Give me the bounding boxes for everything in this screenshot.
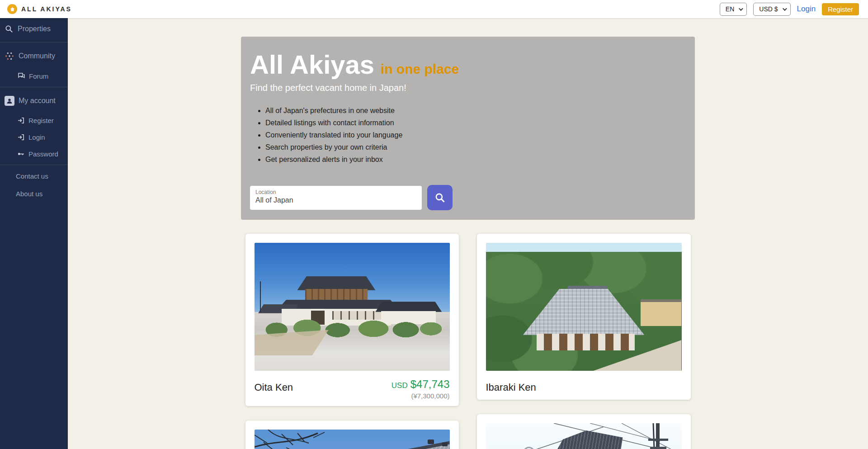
location-input[interactable] bbox=[255, 195, 416, 204]
listing-card-oita[interactable]: Oita Ken USD$47,743 (¥7,300,000) bbox=[245, 234, 459, 406]
sidebar-item-label: Community bbox=[19, 52, 55, 60]
sidebar-item-community[interactable]: Community bbox=[0, 45, 68, 67]
sidebar-item-label: Register bbox=[28, 117, 54, 124]
listing-price: USD$47,743 (¥7,300,000) bbox=[392, 378, 450, 400]
chevron-down-icon bbox=[782, 6, 787, 11]
divider bbox=[0, 165, 68, 165]
search-icon bbox=[434, 192, 446, 203]
search-icon bbox=[5, 24, 14, 33]
sidebar-item-label: My account bbox=[19, 97, 56, 105]
location-label: Location bbox=[255, 189, 416, 195]
feature-item: Conveniently translated into your langua… bbox=[265, 130, 686, 140]
sidebar-item-contact-us[interactable]: Contact us bbox=[0, 167, 68, 185]
feature-item: Get personalized alerts in your inbox bbox=[265, 155, 686, 164]
login-icon bbox=[17, 133, 25, 141]
hero-title: All Akiyas bbox=[250, 50, 374, 79]
login-link[interactable]: Login bbox=[797, 5, 816, 14]
listing-card[interactable] bbox=[245, 421, 459, 449]
sidebar-item-forum[interactable]: Forum bbox=[0, 67, 68, 85]
brand-logo[interactable]: ALL AKIYAS bbox=[7, 4, 72, 14]
divider bbox=[0, 42, 68, 43]
forum-icon bbox=[17, 72, 25, 80]
price-usd-value: $47,743 bbox=[410, 378, 450, 390]
price-yen-value: (¥7,300,000) bbox=[392, 392, 450, 400]
listing-photo bbox=[255, 430, 450, 449]
sidebar-item-password[interactable]: Password bbox=[0, 146, 68, 162]
sidebar-item-about-us[interactable]: About us bbox=[0, 185, 68, 203]
community-icon bbox=[5, 51, 14, 61]
feature-list: All of Japan's prefectures in one websit… bbox=[250, 106, 686, 164]
location-field-container[interactable]: Location bbox=[250, 186, 422, 210]
sidebar-item-login[interactable]: Login bbox=[0, 129, 68, 146]
sidebar-item-label: Login bbox=[28, 133, 45, 141]
listing-photo bbox=[486, 423, 682, 449]
listings-grid: Oita Ken USD$47,743 (¥7,300,000) bbox=[245, 234, 691, 449]
chevron-down-icon bbox=[739, 6, 743, 11]
language-select[interactable]: EN bbox=[720, 3, 747, 16]
main-content: All Akiyasin one place Find the perfect … bbox=[68, 18, 868, 449]
language-select-value: EN bbox=[726, 5, 734, 13]
listing-photo bbox=[486, 243, 682, 371]
account-icon bbox=[5, 96, 14, 106]
sidebar-item-label: About us bbox=[16, 190, 42, 198]
tree-branches bbox=[255, 430, 450, 449]
search-bar: Location bbox=[250, 186, 453, 210]
page-title: All Akiyasin one place bbox=[250, 50, 686, 79]
sidebar-item-properties[interactable]: Properties bbox=[0, 18, 68, 40]
register-button[interactable]: Register bbox=[822, 3, 859, 15]
currency-select[interactable]: USD $ bbox=[753, 3, 790, 16]
search-button[interactable] bbox=[427, 185, 453, 210]
top-bar: ALL AKIYAS EN USD $ Login Register bbox=[0, 0, 868, 18]
password-icon bbox=[17, 150, 25, 158]
sidebar-item-label: Properties bbox=[18, 25, 51, 33]
listing-card[interactable] bbox=[477, 414, 691, 449]
feature-item: Search properties by your own criteria bbox=[265, 142, 686, 152]
divider bbox=[0, 87, 68, 87]
sidebar-item-label: Contact us bbox=[16, 172, 48, 180]
register-icon bbox=[17, 117, 25, 124]
home-icon bbox=[7, 4, 17, 14]
hero-banner: All Akiyasin one place Find the perfect … bbox=[241, 37, 695, 220]
price-currency-label: USD bbox=[392, 381, 408, 390]
hero-title-accent: in one place bbox=[381, 61, 459, 76]
brand-name: ALL AKIYAS bbox=[21, 5, 72, 13]
sidebar: Properties Community Forum My account Re… bbox=[0, 18, 68, 449]
sidebar-item-label: Forum bbox=[29, 72, 48, 80]
feature-item: Detailed listings with contact informati… bbox=[265, 118, 686, 128]
sidebar-item-label: Password bbox=[28, 150, 58, 158]
listing-location: Oita Ken bbox=[255, 382, 293, 393]
listing-photo bbox=[255, 243, 450, 371]
header-controls: EN USD $ Login Register bbox=[720, 3, 859, 16]
listing-card-ibaraki[interactable]: Ibaraki Ken bbox=[477, 234, 691, 400]
sidebar-item-my-account[interactable]: My account bbox=[0, 90, 68, 112]
feature-item: All of Japan's prefectures in one websit… bbox=[265, 106, 686, 115]
hero-subtitle: Find the perfect vacant home in Japan! bbox=[250, 83, 686, 93]
sidebar-item-register[interactable]: Register bbox=[0, 112, 68, 129]
currency-select-value: USD $ bbox=[759, 5, 778, 13]
listing-location: Ibaraki Ken bbox=[486, 382, 536, 393]
